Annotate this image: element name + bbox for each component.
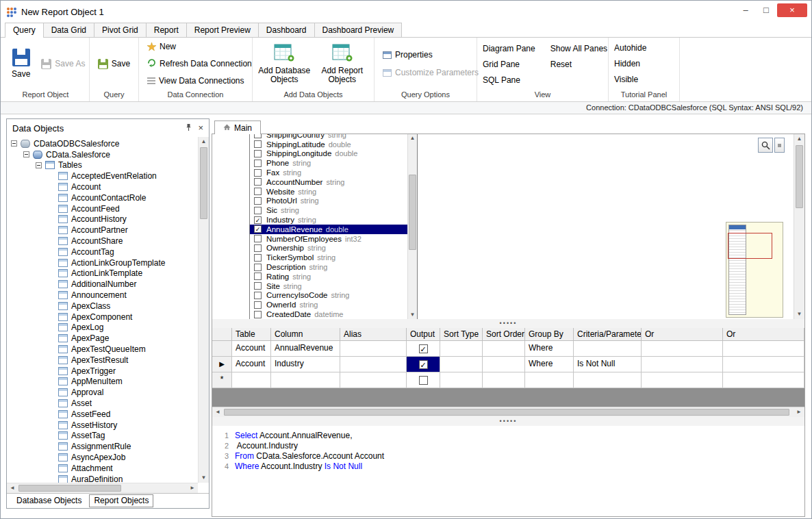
field-checkbox[interactable] — [254, 254, 262, 262]
grid-row[interactable]: ▶AccountIndustry✓WhereIs Not Null — [212, 357, 804, 372]
doc-tab-dashboard[interactable]: Dashboard — [258, 23, 315, 37]
tree-item[interactable]: AccountFeed — [7, 203, 198, 214]
scroll-down-icon[interactable]: ▼ — [199, 473, 209, 483]
tab-main[interactable]: Main — [214, 121, 261, 134]
tree-item[interactable]: Announcement — [7, 290, 198, 301]
field-checkbox[interactable] — [254, 235, 262, 242]
tree-item[interactable]: Asset — [7, 398, 198, 409]
expand-toggle-icon[interactable] — [23, 151, 29, 157]
new-row-indicator[interactable]: * — [212, 372, 232, 388]
output-cell[interactable]: ✓ — [407, 341, 440, 357]
visible-button[interactable]: Visible — [614, 75, 646, 84]
field-checkbox[interactable] — [254, 188, 262, 195]
tree-item[interactable]: AssetHistory — [7, 420, 198, 431]
grid-cell[interactable] — [525, 372, 574, 388]
scroll-down-icon[interactable]: ▼ — [794, 309, 804, 319]
tree-item[interactable]: ActionLinkGroupTemplate — [7, 257, 198, 268]
grid-cell[interactable] — [483, 341, 525, 357]
customize-parameters-button[interactable]: Customize Parameters — [380, 66, 481, 79]
diagram-grid-splitter[interactable]: ••••• — [212, 319, 804, 328]
tree-item[interactable]: AssignmentRule — [7, 441, 198, 452]
output-cell[interactable]: ✓ — [407, 357, 440, 372]
doc-tab-pivot-grid[interactable]: Pivot Grid — [94, 23, 147, 37]
sql-line[interactable]: 4Where Account.Industry Is Not Null — [219, 461, 802, 472]
field-checkbox[interactable] — [254, 160, 262, 167]
refresh-data-connection-button[interactable]: Refresh Data Connection — [144, 57, 255, 71]
tree-item[interactable]: ApexTestQueueItem — [7, 344, 198, 355]
row-selector[interactable] — [212, 341, 232, 357]
scrollbar-thumb[interactable] — [224, 409, 789, 416]
view-data-connections-button[interactable]: View Data Connections — [144, 75, 255, 87]
field-row[interactable]: Phonestring — [250, 158, 407, 168]
field-checkbox[interactable] — [254, 273, 262, 280]
output-checkbox[interactable]: ✓ — [419, 360, 428, 369]
scroll-up-icon[interactable]: ▲ — [794, 134, 804, 144]
scroll-up-icon[interactable]: ▲ — [199, 137, 209, 147]
grid-cell[interactable] — [232, 372, 271, 388]
field-checkbox[interactable] — [254, 244, 262, 252]
zoom-options-button[interactable] — [774, 138, 785, 153]
field-row[interactable]: ✓Industrystring — [250, 215, 407, 225]
properties-button[interactable]: Properties — [380, 49, 481, 61]
grid-pane-button[interactable]: Grid Pane — [483, 60, 535, 69]
scroll-right-icon[interactable]: ► — [187, 483, 198, 493]
doc-tab-data-grid[interactable]: Data Grid — [43, 23, 94, 37]
field-row[interactable]: AccountNumberstring — [250, 177, 407, 187]
tree-item[interactable]: AccountTag — [7, 246, 198, 257]
diagram-minimap[interactable] — [726, 222, 783, 318]
field-row[interactable]: PhotoUrlstring — [250, 197, 407, 206]
field-row[interactable]: ShippingLatitudedouble — [250, 140, 407, 149]
tree-item[interactable]: AsyncApexJob — [7, 452, 198, 463]
output-checkbox[interactable] — [419, 376, 428, 385]
grid-cell[interactable] — [483, 357, 525, 372]
new-connection-button[interactable]: New — [144, 40, 255, 53]
grid-cell[interactable]: Is Not Null — [574, 357, 642, 372]
hidden-button[interactable]: Hidden — [614, 59, 646, 68]
grid-cell[interactable] — [340, 372, 407, 388]
grid-cell[interactable]: Where — [525, 341, 574, 357]
grid-row[interactable]: * — [212, 372, 804, 388]
minimize-button[interactable]: – — [736, 3, 755, 17]
grid-cell[interactable] — [271, 372, 340, 388]
output-checkbox[interactable]: ✓ — [419, 344, 428, 353]
reset-button[interactable]: Reset — [550, 60, 607, 69]
tree-item[interactable]: ApexTrigger — [7, 366, 198, 377]
field-row[interactable]: Faxstring — [250, 168, 407, 177]
grid-cell[interactable] — [483, 372, 525, 388]
grid-cell[interactable] — [574, 341, 642, 357]
panel-close-icon[interactable]: × — [198, 124, 203, 132]
save-report-button[interactable]: Save — [8, 47, 34, 80]
field-checkbox[interactable] — [254, 169, 262, 177]
tree-item[interactable]: CData.Salesforce — [7, 149, 198, 160]
field-checkbox[interactable] — [254, 282, 262, 290]
grid-cell[interactable] — [723, 357, 804, 372]
tree-item[interactable]: ApexLog — [7, 322, 198, 333]
tree-item[interactable]: AcceptedEventRelation — [7, 170, 198, 181]
grid-cell[interactable] — [440, 372, 483, 388]
grid-cell[interactable] — [340, 357, 407, 372]
tree-item[interactable]: AppMenuItem — [7, 377, 198, 388]
autohide-button[interactable]: Autohide — [614, 43, 646, 53]
grid-horizontal-scrollbar[interactable]: ◄ ► — [212, 407, 804, 417]
doc-tab-report-preview[interactable]: Report Preview — [186, 23, 259, 37]
tree-item[interactable]: AssetFeed — [7, 409, 198, 420]
doc-tab-dashboard-preview[interactable]: Dashboard Preview — [314, 23, 403, 37]
tree-item[interactable]: CDataODBCSalesforce — [7, 138, 198, 149]
grid-cell[interactable]: AnnualRevenue — [271, 341, 340, 357]
field-checkbox[interactable]: ✓ — [254, 225, 262, 233]
pin-icon[interactable] — [185, 123, 192, 134]
field-row[interactable]: CurrencyIsoCodestring — [250, 291, 407, 301]
grid-cell[interactable] — [642, 372, 723, 388]
field-list-scrollbar[interactable]: ▲ ▼ — [407, 134, 417, 319]
tree-item[interactable]: AccountHistory — [7, 214, 198, 225]
tree-item[interactable]: ApexClass — [7, 301, 198, 312]
tree-item[interactable]: AccountPartner — [7, 225, 198, 236]
tree-item[interactable]: Tables — [7, 160, 198, 171]
tree-horizontal-scrollbar[interactable]: ◄ ► — [7, 483, 198, 493]
field-row[interactable]: Descriptionstring — [250, 262, 407, 272]
sql-pane[interactable]: 1Select Account.AnnualRevenue,2 Account.… — [212, 426, 804, 516]
field-row[interactable]: Ownershipstring — [250, 244, 407, 253]
sql-line[interactable]: 2 Account.Industry — [219, 441, 802, 451]
grid-cell[interactable]: Industry — [271, 357, 340, 372]
field-checkbox[interactable] — [254, 134, 262, 138]
